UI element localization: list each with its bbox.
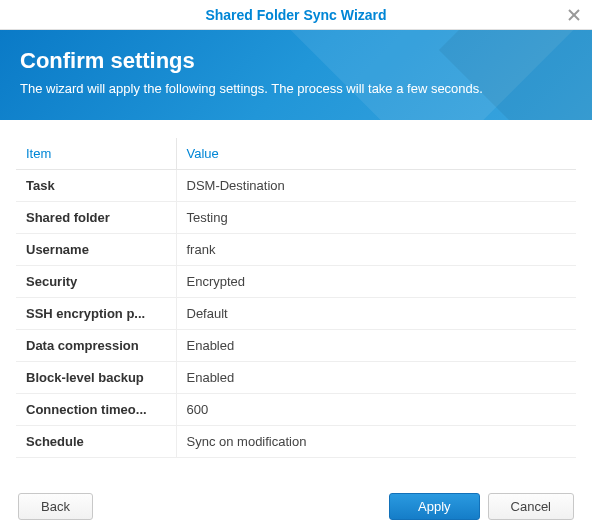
header-value[interactable]: Value (176, 138, 576, 170)
row-item: Schedule (16, 426, 176, 458)
cancel-button[interactable]: Cancel (488, 493, 574, 520)
content-area: Item Value Task DSM-Destination Shared f… (0, 120, 592, 458)
row-value: frank (176, 234, 576, 266)
row-item: Username (16, 234, 176, 266)
row-item: Block-level backup (16, 362, 176, 394)
banner-title: Confirm settings (20, 48, 572, 74)
row-item: Shared folder (16, 202, 176, 234)
table-row: Shared folder Testing (16, 202, 576, 234)
row-item: Task (16, 170, 176, 202)
wizard-title: Shared Folder Sync Wizard (205, 7, 386, 23)
close-icon[interactable] (566, 7, 582, 23)
settings-table: Item Value Task DSM-Destination Shared f… (16, 138, 576, 458)
table-row: Security Encrypted (16, 266, 576, 298)
back-button[interactable]: Back (18, 493, 93, 520)
row-item: Data compression (16, 330, 176, 362)
row-item: Security (16, 266, 176, 298)
footer: Back Apply Cancel (0, 493, 592, 520)
table-row: Task DSM-Destination (16, 170, 576, 202)
titlebar: Shared Folder Sync Wizard (0, 0, 592, 30)
row-value: DSM-Destination (176, 170, 576, 202)
apply-button[interactable]: Apply (389, 493, 480, 520)
table-row: Block-level backup Enabled (16, 362, 576, 394)
row-value: Enabled (176, 362, 576, 394)
table-row: Username frank (16, 234, 576, 266)
table-row: Schedule Sync on modification (16, 426, 576, 458)
row-item: Connection timeo... (16, 394, 176, 426)
row-item: SSH encryption p... (16, 298, 176, 330)
row-value: 600 (176, 394, 576, 426)
row-value: Sync on modification (176, 426, 576, 458)
row-value: Enabled (176, 330, 576, 362)
row-value: Encrypted (176, 266, 576, 298)
row-value: Testing (176, 202, 576, 234)
row-value: Default (176, 298, 576, 330)
table-row: Connection timeo... 600 (16, 394, 576, 426)
banner: Confirm settings The wizard will apply t… (0, 30, 592, 120)
table-row: SSH encryption p... Default (16, 298, 576, 330)
header-item[interactable]: Item (16, 138, 176, 170)
table-row: Data compression Enabled (16, 330, 576, 362)
banner-subtitle: The wizard will apply the following sett… (20, 80, 540, 98)
